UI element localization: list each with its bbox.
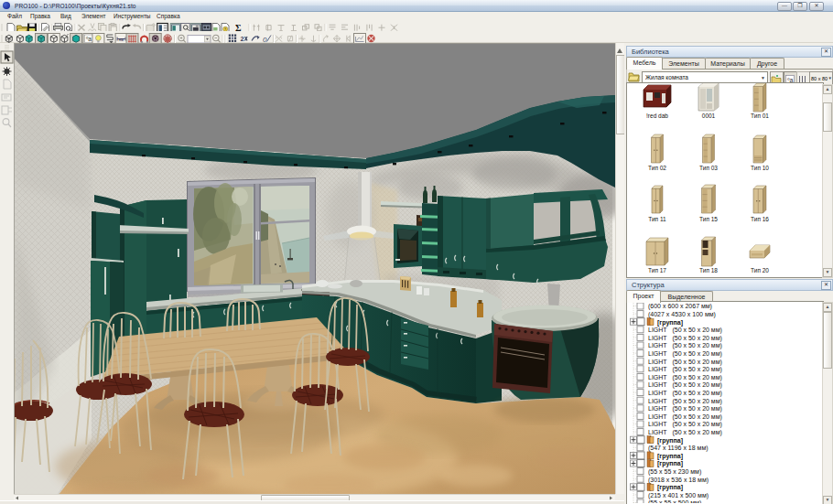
svg-text:LIGHT (50 x 50 x 20 мм): LIGHT (50 x 50 x 20 мм) [648,421,722,428]
svg-text:[группа]: [группа] [657,437,683,445]
svg-text:LIGHT (50 x 50 x 20 мм): LIGHT (50 x 50 x 20 мм) [648,359,722,366]
svg-text:LIGHT (50 x 50 x 20 мм): LIGHT (50 x 50 x 20 мм) [648,413,722,421]
svg-text:[группа]: [группа] [657,319,683,327]
svg-text:LIGHT (50 x 50 x 20 мм): LIGHT (50 x 50 x 20 мм) [648,366,722,373]
svg-text:LIGHT (50 x 50 x 20 мм): LIGHT (50 x 50 x 20 мм) [648,342,722,349]
svg-text:(547 x 1196 x 18 мм): (547 x 1196 x 18 мм) [648,445,709,452]
svg-text:[группа]: [группа] [657,460,683,467]
svg-text:2: 2 [241,35,244,43]
svg-text:(55 x 55 x 230 мм): (55 x 55 x 230 мм) [648,468,701,476]
svg-text:[группа]: [группа] [657,453,683,460]
svg-text:(55 x 55 x 500 мм): (55 x 55 x 500 мм) [648,499,701,503]
svg-text:LIGHT (50 x 50 x 20 мм): LIGHT (50 x 50 x 20 мм) [648,327,722,334]
svg-text:нм: нм [119,38,124,42]
svg-text:(3018 x 536 x 18 мм): (3018 x 536 x 18 мм) [648,477,709,484]
svg-text:LIGHT (50 x 50 x 20 мм): LIGHT (50 x 50 x 20 мм) [648,374,722,381]
svg-text:LIGHT (50 x 50 x 20 мм): LIGHT (50 x 50 x 20 мм) [648,335,722,342]
svg-text:[группа]: [группа] [657,484,683,491]
svg-text:LIGHT (50 x 50 x 20 мм): LIGHT (50 x 50 x 20 мм) [648,350,722,358]
svg-text:LIGHT (50 x 50 x 20 мм): LIGHT (50 x 50 x 20 мм) [648,398,722,405]
svg-text:LIGHT (50 x 50 x 20 мм): LIGHT (50 x 50 x 20 мм) [648,381,722,389]
svg-text:LIGHT (50 x 50 x 20 мм): LIGHT (50 x 50 x 20 мм) [648,390,722,397]
svg-text:ºa: ºa [86,36,92,42]
svg-text:(4027 x 4530 x 100 мм): (4027 x 4530 x 100 мм) [648,311,716,318]
svg-text:LIGHT (50 x 50 x 20 мм): LIGHT (50 x 50 x 20 мм) [648,405,722,413]
svg-text:(215 x 401 x 500 мм): (215 x 401 x 500 мм) [648,492,709,499]
svg-text:LIGHT (50 x 50 x 20 мм): LIGHT (50 x 50 x 20 мм) [648,429,722,436]
svg-text:(600 x 600 x 2067 мм): (600 x 600 x 2067 мм) [648,303,712,310]
